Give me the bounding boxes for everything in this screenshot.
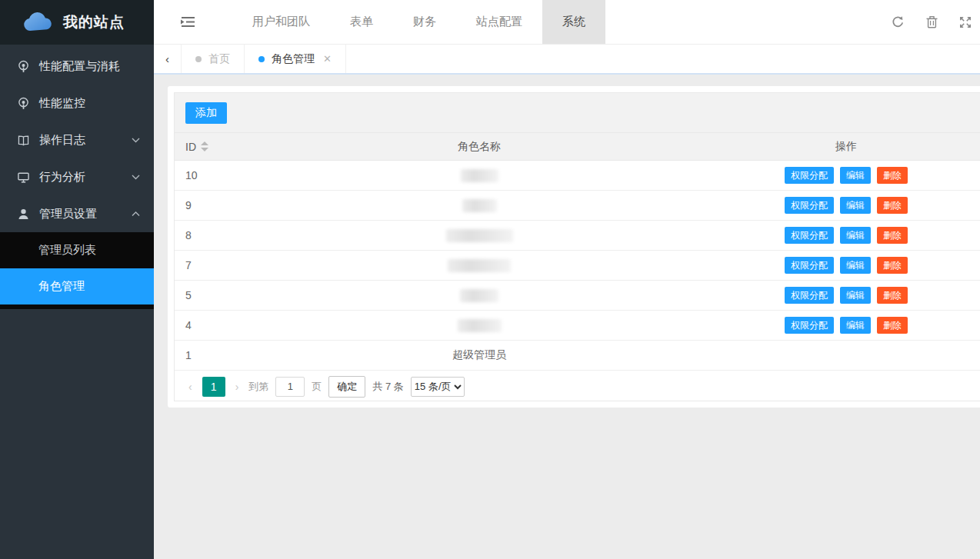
- nav-item-site-config[interactable]: 站点配置: [456, 0, 542, 44]
- assign-permissions-button[interactable]: 权限分配: [785, 287, 834, 304]
- sidebar-subitem-role-management[interactable]: 角色管理: [0, 268, 154, 304]
- edit-button[interactable]: 编辑: [840, 287, 871, 304]
- fullscreen-icon[interactable]: [948, 16, 980, 28]
- table-row: 7 权限分配 编辑 删除: [175, 251, 980, 281]
- edit-button[interactable]: 编辑: [840, 197, 871, 214]
- nav-item-users-teams[interactable]: 用户和团队: [232, 0, 330, 44]
- row-actions: 权限分配 编辑 删除: [630, 227, 980, 244]
- delete-button[interactable]: 删除: [877, 197, 908, 214]
- edit-button[interactable]: 编辑: [840, 257, 871, 274]
- row-actions: 权限分配 编辑 删除: [630, 317, 980, 334]
- next-page-icon[interactable]: ›: [232, 381, 242, 393]
- row-actions: 权限分配 编辑 删除: [630, 197, 980, 214]
- row-role-name: [328, 229, 630, 242]
- sidebar-item-operation-log[interactable]: 操作日志: [0, 121, 154, 158]
- tabs-scroll-left-button[interactable]: ‹: [154, 45, 182, 73]
- book-icon: [17, 134, 30, 147]
- content-area: 添加 ID 角色名称 操作 10: [154, 75, 980, 559]
- table-body: 10 权限分配 编辑 删除 9 权限分配 编辑 删除 8 权限分配: [175, 161, 980, 371]
- brand-logo[interactable]: 我的站点: [0, 0, 154, 45]
- goto-label: 到第: [248, 380, 268, 394]
- table-row: 4 权限分配 编辑 删除: [175, 311, 980, 341]
- collapse-sidebar-icon[interactable]: [165, 0, 211, 44]
- assign-permissions-button[interactable]: 权限分配: [785, 197, 834, 214]
- row-id: 8: [175, 229, 328, 241]
- sidebar-item-performance-config[interactable]: 性能配置与消耗: [0, 48, 154, 85]
- tab-role-management[interactable]: 角色管理 ✕: [245, 45, 346, 73]
- edit-button[interactable]: 编辑: [840, 167, 871, 184]
- top-nav-items: 用户和团队 表单 财务 站点配置 系统: [232, 0, 605, 44]
- table-header: ID 角色名称 操作: [175, 132, 980, 161]
- tab-dot-icon: [195, 56, 202, 62]
- page-size-select[interactable]: 15 条/页: [411, 377, 465, 397]
- chevron-up-icon: [132, 211, 140, 217]
- delete-button[interactable]: 删除: [877, 227, 908, 244]
- sidebar-nav: 性能配置与消耗 性能监控 操作日志: [0, 45, 154, 309]
- table-row: 5 权限分配 编辑 删除: [175, 281, 980, 311]
- row-id: 5: [175, 289, 328, 301]
- add-button[interactable]: 添加: [185, 102, 227, 124]
- row-role-name: [328, 169, 630, 182]
- main-area: 用户和团队 表单 财务 站点配置 系统: [154, 0, 980, 559]
- redacted-role-name: [448, 259, 511, 272]
- table-row: 8 权限分配 编辑 删除: [175, 221, 980, 251]
- table-row: 1 超级管理员: [175, 341, 980, 371]
- topbar-right: 管理员: [881, 0, 980, 44]
- delete-button[interactable]: 删除: [877, 167, 908, 184]
- redacted-role-name: [462, 199, 497, 212]
- sidebar-item-behavior-analysis[interactable]: 行为分析: [0, 158, 154, 195]
- tab-bar: ‹ 首页 角色管理 ✕ ›: [154, 45, 980, 75]
- confirm-page-button[interactable]: 确定: [328, 376, 365, 398]
- top-navbar: 用户和团队 表单 财务 站点配置 系统: [154, 0, 980, 45]
- trash-icon[interactable]: [915, 15, 948, 28]
- table-row: 9 权限分配 编辑 删除: [175, 191, 980, 221]
- header-id: ID: [175, 141, 328, 153]
- row-id: 1: [175, 349, 328, 361]
- refresh-icon[interactable]: [881, 15, 915, 28]
- redacted-role-name: [460, 289, 498, 302]
- delete-button[interactable]: 删除: [877, 287, 908, 304]
- user-icon: [17, 208, 30, 221]
- sidebar-item-admin-settings[interactable]: 管理员设置: [0, 195, 154, 232]
- sidebar-subitem-admin-list[interactable]: 管理员列表: [0, 232, 154, 268]
- row-role-name: [328, 319, 630, 332]
- sidebar-item-performance-monitor[interactable]: 性能监控: [0, 85, 154, 121]
- assign-permissions-button[interactable]: 权限分配: [785, 257, 834, 274]
- brand-title: 我的站点: [63, 12, 125, 32]
- row-id: 9: [175, 199, 328, 211]
- row-actions: 权限分配 编辑 删除: [630, 167, 980, 184]
- total-count-label: 共 7 条: [372, 380, 403, 394]
- delete-button[interactable]: 删除: [877, 317, 908, 334]
- row-id: 4: [175, 319, 328, 331]
- chevron-down-icon: [132, 138, 140, 143]
- current-page-button[interactable]: 1: [202, 377, 225, 397]
- row-role-name: [328, 289, 630, 302]
- row-id: 7: [175, 259, 328, 271]
- role-management-card: 添加 ID 角色名称 操作 10: [168, 86, 980, 408]
- delete-button[interactable]: 删除: [877, 257, 908, 274]
- sort-icon[interactable]: [201, 141, 208, 151]
- assign-permissions-button[interactable]: 权限分配: [785, 167, 834, 184]
- signal-icon: [17, 97, 30, 110]
- nav-item-system[interactable]: 系统: [542, 0, 605, 44]
- nav-item-forms[interactable]: 表单: [330, 0, 393, 44]
- tab-home[interactable]: 首页: [182, 45, 245, 73]
- row-role-name: 超级管理员: [328, 348, 630, 362]
- prev-page-icon[interactable]: ‹: [185, 381, 195, 393]
- edit-button[interactable]: 编辑: [840, 317, 871, 334]
- edit-button[interactable]: 编辑: [840, 227, 871, 244]
- pagination: ‹ 1 › 到第 页 确定 共 7 条 15 条/页: [175, 371, 980, 401]
- table-toolbar: 添加: [175, 93, 980, 132]
- signal-icon: [17, 60, 30, 73]
- close-tab-icon[interactable]: ✕: [323, 53, 332, 65]
- chevron-down-icon: [132, 175, 140, 180]
- table-container: 添加 ID 角色名称 操作 10: [174, 92, 980, 401]
- assign-permissions-button[interactable]: 权限分配: [785, 227, 834, 244]
- nav-item-finance[interactable]: 财务: [393, 0, 456, 44]
- row-actions: 权限分配 编辑 删除: [630, 287, 980, 304]
- goto-page-input[interactable]: [275, 377, 305, 397]
- row-role-name: [328, 199, 630, 212]
- admin-settings-submenu: 管理员列表 角色管理: [0, 232, 154, 309]
- redacted-role-name: [461, 169, 498, 182]
- assign-permissions-button[interactable]: 权限分配: [785, 317, 834, 334]
